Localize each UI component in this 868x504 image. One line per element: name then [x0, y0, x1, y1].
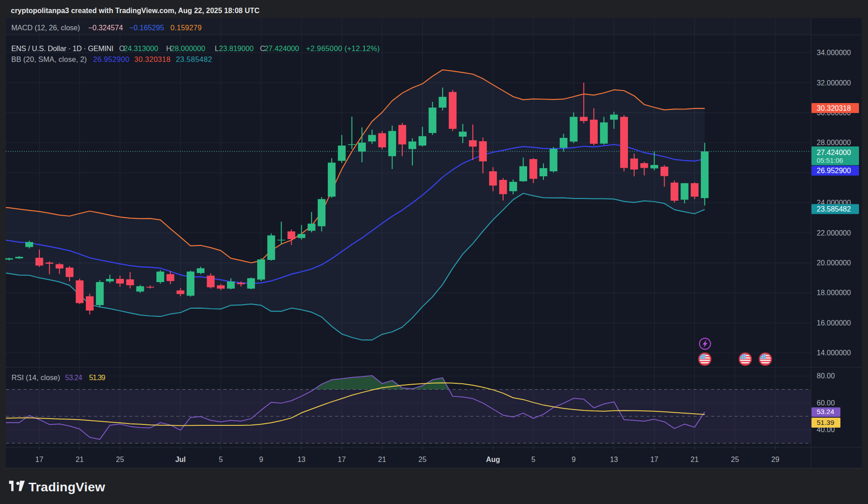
svg-text:80.00: 80.00: [817, 372, 835, 380]
svg-text:23.819000: 23.819000: [219, 44, 254, 52]
svg-text:TradingView: TradingView: [28, 480, 105, 494]
svg-text:51.39: 51.39: [89, 373, 105, 382]
svg-text:−0.165295: −0.165295: [129, 24, 164, 32]
svg-text:RSI (14, close): RSI (14, close): [12, 373, 61, 382]
svg-text:28.000000: 28.000000: [817, 139, 851, 146]
svg-text:18.000000: 18.000000: [817, 289, 851, 297]
svg-text:27.424000: 27.424000: [264, 44, 299, 52]
svg-text:13: 13: [297, 456, 306, 463]
svg-text:BB (20, SMA, close, 2): BB (20, SMA, close, 2): [11, 55, 87, 63]
svg-text:L: L: [215, 44, 219, 52]
svg-text:9: 9: [259, 456, 263, 463]
svg-text:26.952900: 26.952900: [817, 167, 851, 174]
svg-text:21: 21: [691, 456, 699, 463]
svg-text:32.000000: 32.000000: [817, 79, 851, 87]
svg-text:53.24: 53.24: [817, 408, 835, 415]
svg-text:23.585482: 23.585482: [817, 205, 851, 213]
svg-text:17: 17: [338, 456, 346, 463]
svg-text:28.000000: 28.000000: [171, 44, 206, 52]
svg-text:25: 25: [419, 456, 427, 463]
svg-text:21: 21: [75, 456, 84, 463]
svg-text:+2.965000 (+12.12%): +2.965000 (+12.12%): [306, 44, 380, 52]
svg-text:25: 25: [731, 456, 739, 463]
svg-text:13: 13: [610, 456, 618, 463]
svg-text:29: 29: [771, 456, 779, 463]
svg-text:05:51:06: 05:51:06: [817, 156, 843, 164]
svg-text:20.000000: 20.000000: [817, 259, 851, 267]
svg-text:5: 5: [219, 456, 223, 463]
svg-text:23.585482: 23.585482: [176, 55, 212, 63]
svg-text:27.424000: 27.424000: [817, 149, 851, 156]
svg-text:ENS / U.S. Dollar · 1D · GEMIN: ENS / U.S. Dollar · 1D · GEMINI: [11, 44, 113, 52]
svg-text:34.000000: 34.000000: [817, 49, 851, 57]
svg-text:26.952900: 26.952900: [93, 55, 129, 63]
svg-text:17: 17: [35, 456, 43, 463]
svg-text:25: 25: [116, 456, 124, 463]
svg-text:30.320318: 30.320318: [817, 104, 851, 112]
svg-text:60.00: 60.00: [817, 399, 835, 407]
svg-text:14.000000: 14.000000: [817, 349, 851, 357]
svg-text:0.159279: 0.159279: [170, 24, 202, 32]
svg-text:9: 9: [571, 456, 576, 463]
svg-text:22.000000: 22.000000: [817, 229, 851, 237]
svg-text:5: 5: [531, 456, 535, 463]
svg-text:17: 17: [650, 456, 658, 463]
svg-text:cryptopolitanpa3 created with: cryptopolitanpa3 created with TradingVie…: [11, 7, 259, 14]
svg-text:MACD (12, 26, close): MACD (12, 26, close): [11, 24, 80, 32]
svg-text:30.320318: 30.320318: [134, 55, 170, 63]
svg-text:16.000000: 16.000000: [817, 319, 851, 327]
svg-text:Jul: Jul: [175, 456, 186, 463]
svg-text:Aug: Aug: [486, 456, 500, 463]
svg-text:−0.324574: −0.324574: [88, 24, 123, 32]
svg-text:24.313000: 24.313000: [124, 44, 159, 52]
svg-text:21: 21: [378, 456, 386, 463]
svg-text:53.24: 53.24: [65, 373, 82, 382]
svg-text:51.39: 51.39: [817, 419, 835, 426]
